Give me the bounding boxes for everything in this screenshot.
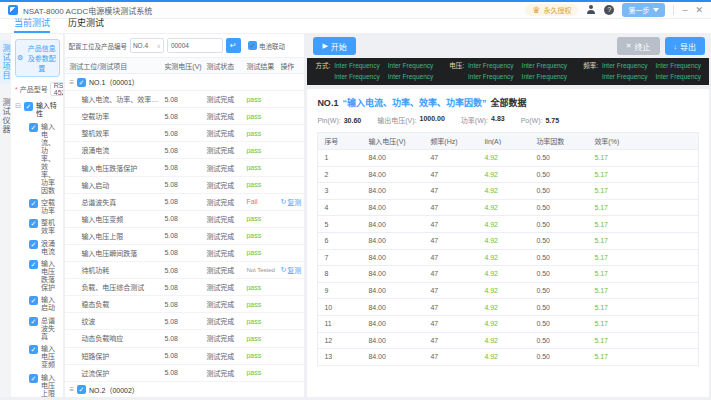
detail-cell: 84.00 xyxy=(362,187,424,194)
tree-item[interactable]: ✓输入电压跌落保护 xyxy=(29,258,60,294)
test-result: Not Tested xyxy=(244,267,278,273)
detail-data-row: 184.00474.920.505.17 xyxy=(318,150,698,167)
table-row[interactable]: 空载功率5.08测试完成pass xyxy=(65,108,304,125)
tree-item[interactable]: ✓浪涌电流 xyxy=(29,238,60,258)
table-row[interactable]: 输入电压变频5.08测试完成pass xyxy=(65,211,304,228)
detail-cell: 84.00 xyxy=(362,237,424,244)
linkage-checkbox-row[interactable]: ✓ 电池联动 xyxy=(248,41,285,51)
close-button[interactable]: ✕ xyxy=(695,5,703,15)
detail-cell: 5.17 xyxy=(588,270,635,277)
export-button[interactable]: ↓ 导出 xyxy=(665,37,706,55)
collapse-icon[interactable]: ⊟ xyxy=(15,102,21,110)
test-status: 测试完成 xyxy=(204,128,244,138)
checkbox[interactable]: ✓ xyxy=(77,78,86,87)
help-icon[interactable]: ? xyxy=(604,5,614,15)
detail-cell: 4.92 xyxy=(478,320,530,327)
tree-item[interactable]: ✓空载功率 xyxy=(29,197,60,217)
detail-data-row: 1384.00474.920.505.17 xyxy=(318,349,698,366)
minimize-button[interactable]: – xyxy=(682,5,687,15)
detail-cell: 6 xyxy=(318,237,362,244)
start-button[interactable]: ▶ 开始 xyxy=(313,37,355,55)
table-row[interactable]: 浪涌电流5.08测试完成pass xyxy=(65,142,304,159)
checkbox[interactable]: ✓ xyxy=(29,260,38,269)
test-status: 测试完成 xyxy=(204,214,244,224)
detail-cell: 0.50 xyxy=(530,337,588,344)
test-result: pass xyxy=(244,215,278,222)
user-icon[interactable] xyxy=(586,5,596,15)
stat-value: 5.75 xyxy=(545,117,559,124)
drag-handle-icon[interactable]: ≡ xyxy=(69,78,74,87)
detail-cell: 47 xyxy=(424,337,478,344)
apply-button[interactable]: ↵ xyxy=(226,38,241,53)
table-row[interactable]: 动态负载响应5.08测试完成pass xyxy=(65,330,304,347)
checkbox[interactable]: ✓ xyxy=(77,385,86,394)
checkbox[interactable]: ✓ xyxy=(29,345,38,354)
tree-item[interactable]: ✓输入电压变频 xyxy=(29,343,60,371)
table-header-row: 测试工位/测试项目实测电压(V)测试状态测试结果操作 xyxy=(65,58,304,74)
product-number-input[interactable] xyxy=(167,38,223,53)
test-result: pass xyxy=(244,232,278,239)
station-select[interactable]: NO.4 ∨ xyxy=(130,38,164,53)
table-row[interactable]: 负载、电压综合测试5.08测试完成pass xyxy=(65,279,304,296)
detail-cell: 12 xyxy=(318,337,362,344)
caret-down-icon xyxy=(653,8,659,12)
detail-cell: 47 xyxy=(424,204,478,211)
station-config-label: 配置工位及产品编号 xyxy=(68,41,127,51)
tab-当前测试[interactable]: 当前测试 xyxy=(14,16,50,33)
product-config-button[interactable]: ⚙ 产品信息及参数配置 xyxy=(15,39,60,77)
table-row[interactable]: 短路保护5.08测试完成pass xyxy=(65,348,304,365)
checkbox[interactable]: ✓ xyxy=(29,123,38,132)
table-row[interactable]: 输入电压上限5.08测试完成pass xyxy=(65,228,304,245)
drag-handle-icon[interactable]: ≡ xyxy=(69,385,74,394)
detail-cell: 5.17 xyxy=(588,154,635,161)
checkbox[interactable]: ✓ xyxy=(29,296,38,305)
stat-label: Po(W): xyxy=(521,117,543,124)
tree-item[interactable]: ✓输入电流、功率、效率、功率因数 xyxy=(29,120,60,196)
table-row[interactable]: 总谐波失真5.08测试完成Fail↻复测 xyxy=(65,194,304,211)
license-badge[interactable]: ♛ 永久授权 xyxy=(525,4,578,16)
tree-item[interactable]: ✓输入电压上限 xyxy=(29,371,60,397)
product-model-select[interactable]: RS-4521 ∨ xyxy=(50,82,66,96)
tree-item[interactable]: ✓总谐波失真 xyxy=(29,315,60,343)
checkbox[interactable]: ✓ xyxy=(29,219,38,228)
checkbox[interactable]: ✓ xyxy=(29,374,38,383)
detail-cell: 4.92 xyxy=(478,337,530,344)
tab-历史测试[interactable]: 历史测试 xyxy=(68,16,104,33)
retest-button[interactable]: ↻复测 xyxy=(280,197,302,207)
console-group: 方式:Inter FrequencyInter FrequencyInter F… xyxy=(315,61,433,82)
station-group-row[interactable]: ≡✓NO.2（00002） xyxy=(65,382,304,397)
table-row[interactable]: 输入电压跌落保护5.08测试完成pass xyxy=(65,159,304,176)
detail-cell: 84.00 xyxy=(362,337,424,344)
checkbox[interactable]: ✓ xyxy=(24,102,33,111)
linkage-checkbox[interactable]: ✓ xyxy=(248,41,257,50)
vertical-tab-测试项目[interactable]: 测试项目 xyxy=(0,40,11,84)
stop-button[interactable]: ✕ 终止 xyxy=(617,37,660,55)
detail-cell: 47 xyxy=(424,287,478,294)
measured-voltage: 5.08 xyxy=(162,369,204,376)
checkbox[interactable]: ✓ xyxy=(29,317,38,326)
table-row[interactable]: 稳态负载5.08测试完成pass xyxy=(65,296,304,313)
tree-item[interactable]: ✓整机效率 xyxy=(29,217,60,237)
table-row[interactable]: 整机效率5.08测试完成pass xyxy=(65,125,304,142)
vertical-tab-测试仪器[interactable]: 测试仪器 xyxy=(0,94,11,138)
table-row[interactable]: 输入启动5.08测试完成pass xyxy=(65,177,304,194)
detail-cell: 84.00 xyxy=(362,171,424,178)
station-select-value: NO.4 xyxy=(133,42,148,49)
table-row[interactable]: 输入电压瞬间跌落5.08测试完成pass xyxy=(65,245,304,262)
table-row[interactable]: 输入电流、功率、效率、功率因数5.08测试完成pass xyxy=(65,91,304,108)
test-result: pass xyxy=(244,181,278,188)
checkbox[interactable]: ✓ xyxy=(29,199,38,208)
detail-cell: 84.00 xyxy=(362,154,424,161)
tree-group[interactable]: ⊟✓输入特性 xyxy=(15,100,60,120)
station-group-row[interactable]: ≡✓NO.1（00001） xyxy=(65,74,304,91)
retest-button[interactable]: ↻复测 xyxy=(280,265,302,275)
account-dropdown[interactable]: 第一步 xyxy=(622,3,665,17)
checkbox[interactable]: ✓ xyxy=(29,240,38,249)
console-value: Inter Frequency xyxy=(522,72,568,82)
tree-item[interactable]: ✓输入启动 xyxy=(29,294,60,314)
vertical-tab-strip: 测试项目测试仪器 xyxy=(0,34,11,397)
console-values: Inter FrequencyInter FrequencyInter Freq… xyxy=(334,61,433,82)
table-row[interactable]: 待机功耗5.08测试完成Not Tested↻复测 xyxy=(65,262,304,279)
table-row[interactable]: 过流保护5.08测试完成pass xyxy=(65,365,304,382)
table-row[interactable]: 纹波5.08测试完成pass xyxy=(65,313,304,330)
